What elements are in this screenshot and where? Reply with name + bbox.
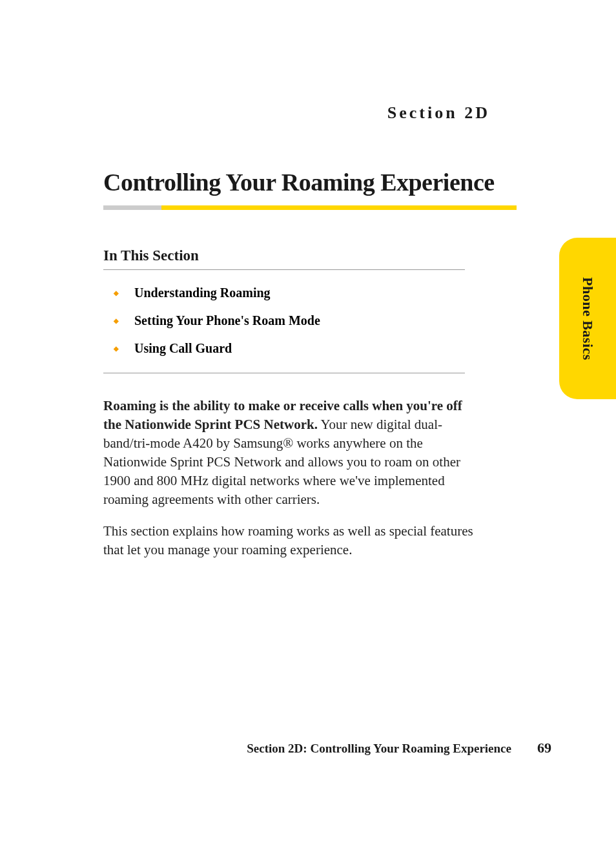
divider (103, 269, 465, 270)
title-underline (103, 205, 517, 210)
toc-item-label: Using Call Guard (134, 341, 232, 356)
toc-list: Understanding Roaming Setting Your Phone… (103, 286, 551, 356)
side-tab: Phone Basics (559, 238, 616, 399)
footer-section-title: Section 2D: Controlling Your Roaming Exp… (247, 742, 511, 756)
section-label: Section 2D (103, 103, 551, 123)
footer-page-number: 69 (537, 740, 551, 756)
page-title: Controlling Your Roaming Experience (103, 168, 551, 196)
page-footer: Section 2D: Controlling Your Roaming Exp… (103, 740, 551, 756)
divider (103, 373, 465, 373)
toc-item: Understanding Roaming (114, 286, 551, 300)
body-paragraph: This section explains how roaming works … (103, 522, 478, 559)
toc-item: Setting Your Phone's Roam Mode (114, 313, 551, 328)
side-tab-label: Phone Basics (579, 277, 596, 360)
in-this-section-heading: In This Section (103, 247, 551, 264)
body-paragraph: Roaming is the ability to make or receiv… (103, 397, 478, 509)
toc-item: Using Call Guard (114, 341, 551, 356)
toc-item-label: Understanding Roaming (134, 286, 271, 300)
toc-item-label: Setting Your Phone's Roam Mode (134, 313, 320, 328)
